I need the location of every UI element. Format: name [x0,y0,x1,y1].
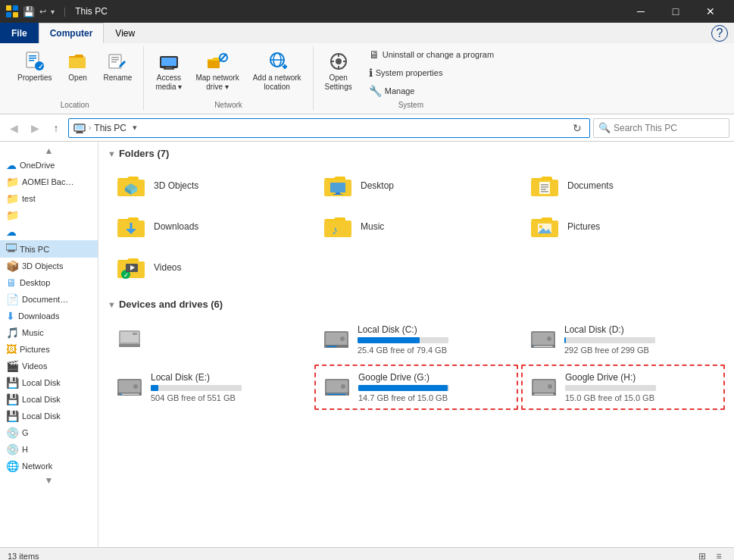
device-e[interactable]: Local Disk (E:) 504 GB free of 551 GB [108,364,311,410]
search-input[interactable] [614,123,724,133]
quick-undo-icon[interactable]: ↩ [39,7,46,17]
access-media-button[interactable]: Accessmedia ▾ [150,46,187,95]
svg-rect-69 [133,333,137,335]
folder-3d-objects[interactable]: 3D Objects [108,167,311,205]
uninstall-label: Uninstall or change a program [383,50,494,59]
ribbon: File Computer View ? ✓ [0,23,734,114]
svg-rect-75 [326,346,337,348]
device-g-info: Google Drive (G:) 14.7 GB free of 15.0 G… [358,372,449,402]
unknown-folder-icon: 📁 [6,209,19,221]
open-button[interactable]: Open [61,46,95,86]
sidebar-item-music[interactable]: 🎵 Music [0,324,98,341]
minimize-button[interactable]: ─ [623,0,658,23]
list-view-button[interactable]: ≡ [711,550,726,561]
open-settings-button[interactable]: OpenSettings [320,46,358,95]
folder-pictures[interactable]: Pictures [521,208,725,246]
properties-button[interactable]: ✓ Properties [12,46,58,86]
onedrive-icon: ☁ [6,159,17,171]
manage-button[interactable]: 🔧 Manage [364,83,499,99]
folder-desktop[interactable]: Desktop [314,167,518,205]
sidebar-item-desktop[interactable]: 🖥 Desktop [0,274,98,291]
device-e-name: Local Disk (E:) [151,372,242,383]
svg-rect-19 [164,68,174,70]
folder-music[interactable]: ♪ Music [314,208,518,246]
svg-rect-51 [541,189,546,190]
sidebar-documents-label: Document… [22,295,68,304]
svg-rect-93 [327,394,346,396]
device-h[interactable]: Google Drive (H:) 15.0 GB free of 15.0 G… [521,364,725,410]
sidebar-item-local-d[interactable]: 💾 Local Disk [0,391,98,408]
test-folder-icon: 📁 [6,192,19,205]
up-button[interactable]: ↑ [47,119,65,137]
devices-section-header[interactable]: ▼ Devices and drives (6) [108,299,725,310]
folder-videos[interactable]: ✓ Videos [108,249,311,286]
help-button[interactable]: ? [711,25,728,42]
sidebar-item-documents[interactable]: 📄 Document… [0,291,98,308]
sidebar-item-videos[interactable]: 🎬 Videos [0,358,98,374]
device-e-bar-inner [151,385,158,391]
device-d-bar-inner [564,337,566,343]
device-c-name: Local Disk (C:) [358,324,448,335]
add-network-location-icon [265,49,289,74]
folder-3d-icon [116,172,146,199]
rename-button[interactable]: Rename [98,46,138,86]
address-dropdown-button[interactable]: ▾ [133,123,137,133]
folders-section-header[interactable]: ▼ Folders (7) [108,148,725,159]
tab-file[interactable]: File [0,23,39,43]
sidebar-google-h-label: H [22,445,28,454]
svg-rect-48 [539,182,550,194]
system-properties-button[interactable]: ℹ System properties [364,64,499,81]
sidebar-item-pictures[interactable]: 🖼 Pictures [0,341,98,358]
device-c[interactable]: Local Disk (C:) 25.4 GB free of 79.4 GB [314,318,518,361]
this-pc-nav-icon [73,122,86,134]
device-g[interactable]: Google Drive (G:) 14.7 GB free of 15.0 G… [314,364,518,410]
svg-rect-7 [29,60,34,61]
maximize-button[interactable]: □ [658,0,693,23]
back-button[interactable]: ◀ [5,119,23,137]
refresh-button[interactable]: ↻ [570,120,585,136]
tab-view[interactable]: View [104,23,146,43]
device-blank[interactable] [108,318,311,361]
folder-documents[interactable]: Documents [521,167,725,205]
sidebar-item-onedrive[interactable]: ☁ OneDrive [0,157,98,174]
uninstall-button[interactable]: 🖥 Uninstall or change a program [364,46,499,63]
sidebar-pictures-label: Pictures [20,345,50,354]
system-group-items: OpenSettings 🖥 Uninstall or change a pro… [320,46,503,99]
system-properties-label: System properties [376,68,443,77]
sidebar-item-local-e[interactable]: 💾 Local Disk [0,408,98,424]
folder-downloads[interactable]: Downloads [108,208,311,246]
sidebar-scroll-up[interactable]: ▲ [0,145,98,157]
sidebar-item-onedrive2[interactable]: ☁ [0,224,98,240]
tab-computer[interactable]: Computer [39,23,105,43]
svg-rect-13 [111,57,119,58]
sidebar-local-d-label: Local Disk [22,395,61,404]
sidebar-item-google-g[interactable]: 💿 G [0,424,98,441]
devices-section-label: Devices and drives (6) [119,299,223,310]
sidebar-item-local-c[interactable]: 💾 Local Disk [0,374,98,391]
add-network-location-label: Add a networklocation [253,74,301,92]
sidebar-item-network[interactable]: 🌐 Network [0,458,98,474]
map-network-drive-button[interactable]: Map networkdrive ▾ [190,46,244,95]
sidebar-item-test[interactable]: 📁 test [0,190,98,207]
sidebar-downloads-label: Downloads [18,311,59,321]
quick-customize-icon[interactable]: ▾ [51,8,55,16]
sidebar-item-aomei[interactable]: 📁 AOMEI Bac… [0,174,98,190]
forward-button[interactable]: ▶ [26,119,44,137]
add-network-location-button[interactable]: Add a networklocation [248,46,307,95]
sidebar-test-label: test [22,194,36,203]
sidebar-local-c-label: Local Disk [22,378,61,387]
svg-rect-3 [13,12,18,17]
sidebar-scroll-down[interactable]: ▼ [0,474,98,486]
address-bar[interactable]: › This PC ▾ ↻ [68,118,590,138]
close-button[interactable]: ✕ [693,0,728,23]
music-sidebar-icon: 🎵 [6,327,19,339]
sidebar-item-3d-objects[interactable]: 📦 3D Objects [0,258,98,274]
grid-view-button[interactable]: ⊞ [695,550,710,561]
sidebar-item-downloads[interactable]: ⬇ Downloads [0,308,98,324]
sidebar-item-unknown[interactable]: 📁 [0,207,98,224]
quick-save-icon[interactable]: 💾 [23,6,35,17]
sidebar-item-google-h[interactable]: 💿 H [0,441,98,458]
sidebar-item-this-pc[interactable]: This PC [0,240,98,258]
device-d[interactable]: Local Disk (D:) 292 GB free of 299 GB [521,318,725,361]
address-path-text: This PC [94,123,126,133]
